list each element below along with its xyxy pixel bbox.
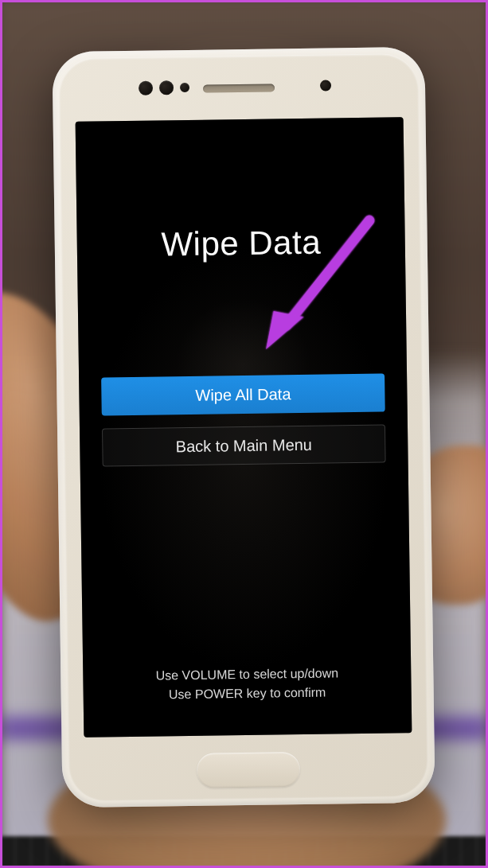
phone-screen: Wipe Data Wipe All Data Back to Main Men…: [76, 117, 412, 738]
hint-line-2: Use POWER key to confirm: [84, 682, 412, 706]
home-button[interactable]: [197, 752, 301, 788]
earpiece-speaker: [203, 84, 275, 92]
recovery-menu: Wipe Data Wipe All Data Back to Main Men…: [76, 117, 412, 738]
menu-group: Wipe All Data Back to Main Menu: [101, 374, 386, 467]
phone-device: Wipe Data Wipe All Data Back to Main Men…: [52, 47, 435, 808]
page-title: Wipe Data: [161, 224, 321, 264]
front-sensors: [139, 80, 189, 95]
front-camera: [320, 80, 331, 91]
menu-item-wipe-all-data[interactable]: Wipe All Data: [101, 374, 385, 416]
background-keyboard: [0, 836, 488, 868]
navigation-hint: Use VOLUME to select up/down Use POWER k…: [83, 663, 412, 706]
menu-item-back-to-main-menu[interactable]: Back to Main Menu: [102, 425, 386, 467]
